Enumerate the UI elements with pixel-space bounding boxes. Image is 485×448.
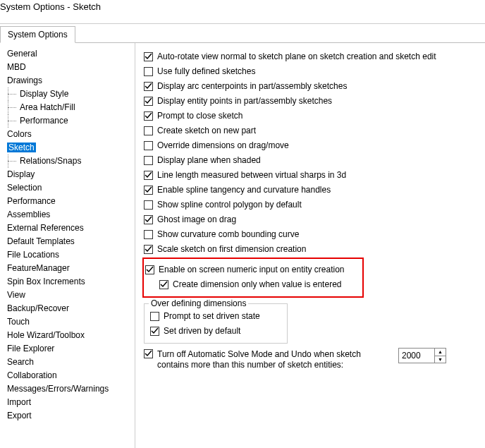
entity-count-input[interactable]: [399, 349, 434, 363]
checkbox-icon: [144, 349, 153, 358]
checkbox-label: Line length measured between virtual sha…: [157, 168, 346, 182]
checkbox-show-curvature-comb-bounding-curve[interactable]: Show curvature comb bounding curve: [144, 227, 481, 241]
checkbox-icon: [144, 230, 153, 239]
sidebar-item-label: File Locations: [7, 250, 59, 260]
checkbox-prompt-to-set-driven-state[interactable]: Prompt to set driven state: [150, 309, 281, 323]
checkbox-create-dimension-on-value[interactable]: Create dimension only when value is ente…: [159, 277, 358, 291]
sidebar-item-label: Selection: [7, 183, 42, 193]
sidebar-item-label: File Explorer: [7, 344, 54, 353]
sidebar-item-assemblies[interactable]: Assemblies: [6, 208, 135, 222]
group-over-defining: Over defining dimensions Prompt to set d…: [144, 303, 288, 344]
sidebar-item-hole-wizard-toolbox[interactable]: Hole Wizard/Toolbox: [6, 329, 135, 342]
sidebar-item-messages-errors-warnings[interactable]: Messages/Errors/Warnings: [6, 382, 135, 396]
checkbox-ghost-image-on-drag[interactable]: Ghost image on drag: [144, 212, 481, 226]
checkbox-display-arc-centerpoints-in-part-assembl[interactable]: Display arc centerpoints in part/assembl…: [144, 79, 481, 93]
content: Auto-rotate view normal to sketch plane …: [135, 43, 485, 448]
sidebar-item-selection[interactable]: Selection: [6, 181, 135, 195]
checkbox-auto-solve[interactable]: Turn off Automatic Solve Mode and Undo w…: [144, 349, 481, 370]
checkbox-enable-numeric-input[interactable]: Enable on screen numeric input on entity…: [145, 262, 358, 277]
sidebar-item-sketch[interactable]: Sketch: [6, 141, 135, 155]
checkbox-scale-sketch-on-first-dimension-creation[interactable]: Scale sketch on first dimension creation: [144, 242, 481, 256]
sidebar-item-featuremanager[interactable]: FeatureManager: [6, 262, 135, 275]
sidebar-item-touch[interactable]: Touch: [6, 315, 135, 329]
checkbox-label: Turn off Automatic Solve Mode and Undo w…: [157, 349, 390, 370]
sidebar-item-label: Display: [7, 169, 35, 179]
checkbox-icon: [144, 126, 153, 135]
checkbox-icon: [144, 67, 153, 76]
checkbox-label: Use fully defined sketches: [157, 64, 255, 78]
checkbox-icon: [144, 111, 153, 121]
sidebar-item-external-references[interactable]: External References: [6, 222, 135, 235]
checkbox-label: Display entity points in part/assembly s…: [157, 94, 332, 108]
sidebar-item-file-locations[interactable]: File Locations: [6, 248, 135, 262]
checkbox-auto-rotate-view-normal-to-sketch-plane-[interactable]: Auto-rotate view normal to sketch plane …: [144, 49, 481, 63]
tab-system-options[interactable]: System Options: [0, 26, 75, 43]
checkbox-create-sketch-on-new-part[interactable]: Create sketch on new part: [144, 123, 481, 138]
checkbox-icon: [144, 156, 153, 165]
checkbox-line-length-measured-between-virtual-sha[interactable]: Line length measured between virtual sha…: [144, 168, 481, 182]
checkbox-label: Enable on screen numeric input on entity…: [159, 262, 345, 277]
sidebar-item-area-hatch-fill[interactable]: Area Hatch/Fill: [6, 101, 135, 114]
checkbox-label: Scale sketch on first dimension creation: [157, 242, 306, 256]
sidebar-item-mbd[interactable]: MBD: [6, 61, 135, 74]
checkbox-display-plane-when-shaded[interactable]: Display plane when shaded: [144, 153, 481, 167]
sidebar-item-label: Display Style: [20, 89, 68, 99]
sidebar-item-label: Backup/Recover: [7, 303, 69, 313]
sidebar-item-label: Collaboration: [7, 370, 57, 380]
sidebar-item-colors[interactable]: Colors: [6, 128, 135, 141]
entity-count-spinner[interactable]: ▲ ▼: [398, 348, 446, 363]
sidebar-item-label: Spin Box Increments: [7, 277, 85, 286]
sidebar-item-label: Assemblies: [7, 210, 50, 219]
sidebar-item-label: Touch: [7, 317, 30, 327]
sidebar-item-general[interactable]: General: [6, 47, 135, 61]
sidebar-item-label: Relations/Snaps: [20, 156, 81, 166]
sidebar-item-label: Drawings: [7, 75, 42, 85]
checkbox-label: Prompt to close sketch: [157, 109, 242, 123]
sidebar-item-label: Performance: [20, 116, 68, 126]
checkbox-label: Prompt to set driven state: [164, 309, 260, 323]
sidebar-item-label: Messages/Errors/Warnings: [7, 384, 109, 394]
checkbox-icon: [144, 141, 153, 150]
sidebar-item-drawings[interactable]: Drawings: [6, 74, 135, 87]
sidebar-item-view[interactable]: View: [6, 289, 135, 302]
checkbox-label: Create sketch on new part: [157, 123, 256, 138]
sidebar-item-backup-recover[interactable]: Backup/Recover: [6, 302, 135, 315]
spinner-down-icon[interactable]: ▼: [435, 356, 446, 363]
checkbox-label: Ghost image on drag: [157, 212, 236, 226]
sidebar-item-label: MBD: [7, 62, 26, 72]
sidebar-item-file-explorer[interactable]: File Explorer: [6, 342, 135, 356]
sidebar-item-default-templates[interactable]: Default Templates: [6, 235, 135, 248]
checkbox-use-fully-defined-sketches[interactable]: Use fully defined sketches: [144, 64, 481, 78]
sidebar-item-performance[interactable]: Performance: [6, 195, 135, 208]
checkbox-override-dimensions-on-drag-move[interactable]: Override dimensions on drag/move: [144, 138, 481, 152]
checkbox-enable-spline-tangency-and-curvature-han[interactable]: Enable spline tangency and curvature han…: [144, 183, 481, 197]
checkbox-prompt-to-close-sketch[interactable]: Prompt to close sketch: [144, 109, 481, 123]
sidebar-item-search[interactable]: Search: [6, 356, 135, 369]
sidebar-item-relations-snaps[interactable]: Relations/Snaps: [6, 155, 135, 168]
sidebar-item-export[interactable]: Export: [6, 409, 135, 423]
checkbox-label: Enable spline tangency and curvature han…: [157, 183, 331, 197]
tab-row: System Options: [0, 25, 485, 43]
sidebar-item-import[interactable]: Import: [6, 396, 135, 409]
sidebar-item-display[interactable]: Display: [6, 168, 135, 181]
checkbox-icon: [144, 200, 153, 210]
checkbox-icon: [145, 265, 154, 274]
checkbox-icon: [144, 215, 153, 224]
sidebar-item-display-style[interactable]: Display Style: [6, 87, 135, 101]
options-list: Auto-rotate view normal to sketch plane …: [144, 49, 481, 256]
checkbox-label: Display plane when shaded: [157, 153, 261, 167]
sidebar-item-label: Default Templates: [7, 236, 75, 246]
checkbox-label: Show curvature comb bounding curve: [157, 227, 299, 241]
checkbox-show-spline-control-polygon-by-default[interactable]: Show spline control polygon by default: [144, 198, 481, 212]
sidebar-item-label: View: [7, 290, 25, 300]
sidebar-item-performance[interactable]: Performance: [6, 114, 135, 128]
sidebar-item-collaboration[interactable]: Collaboration: [6, 369, 135, 382]
checkbox-label: Create dimension only when value is ente…: [173, 277, 341, 291]
checkbox-display-entity-points-in-part-assembly-s[interactable]: Display entity points in part/assembly s…: [144, 94, 481, 108]
sidebar-item-label: General: [7, 49, 37, 59]
divider: [0, 23, 485, 24]
spinner-up-icon[interactable]: ▲: [435, 349, 446, 356]
sidebar-item-label: Sketch: [7, 143, 36, 152]
sidebar-item-spin-box-increments[interactable]: Spin Box Increments: [6, 275, 135, 289]
checkbox-set-driven-by-default[interactable]: Set driven by default: [150, 324, 281, 338]
